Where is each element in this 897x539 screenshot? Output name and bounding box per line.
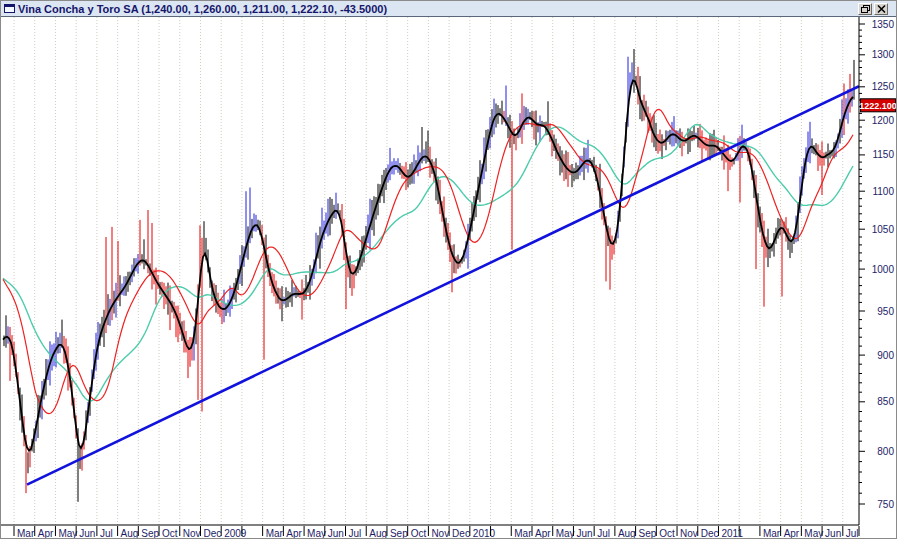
window-icon: [4, 4, 15, 13]
x-axis-label: Apr: [38, 528, 54, 538]
x-axis-label: Sep: [639, 528, 657, 538]
y-axis-label: 1250: [872, 81, 895, 92]
x-axis-label: Oct: [411, 528, 427, 538]
x-axis-label: Mar: [266, 528, 284, 538]
x-axis-label: May: [307, 528, 326, 538]
window-controls: [858, 3, 888, 15]
x-axis-label: Oct: [162, 528, 178, 538]
x-axis-label: Aug: [121, 528, 139, 538]
y-axis-label: 1350: [872, 19, 895, 30]
x-axis-label: Nov: [680, 528, 698, 538]
x-axis-label: Mar: [514, 528, 532, 538]
x-axis-label: Dec: [701, 528, 719, 538]
x-axis-label: Dec: [452, 528, 470, 538]
x-axis-label: Jul: [846, 528, 859, 538]
x-axis-label: 2009: [224, 528, 247, 538]
x-axis-label: Aug: [618, 528, 636, 538]
x-axis-label: Sep: [390, 528, 408, 538]
price-chart[interactable]: MarAprMayJunJulAugSepOctNovDec2009MarApr…: [1, 17, 896, 538]
x-axis-label: Jul: [349, 528, 362, 538]
last-price-label: 1222.100: [859, 101, 896, 111]
y-axis-label: 850: [877, 396, 894, 407]
x-axis-label: 2011: [721, 528, 743, 538]
y-axis-label: 800: [877, 446, 894, 457]
x-axis-label: Jun: [576, 528, 592, 538]
x-axis-label: Aug: [369, 528, 387, 538]
x-axis-label: May: [804, 528, 823, 538]
x-axis-label: Dec: [203, 528, 221, 538]
x-axis-label: Apr: [784, 528, 800, 538]
y-axis-label: 1150: [872, 149, 894, 160]
x-axis-label: Nov: [431, 528, 449, 538]
y-axis-label: 1100: [872, 186, 894, 197]
x-axis-label: Mar: [17, 528, 35, 538]
x-axis-label: Apr: [535, 528, 551, 538]
title-bar[interactable]: Vina Concha y Toro SA (1,240.00, 1,260.0…: [1, 1, 896, 17]
y-axis-label: 1200: [872, 115, 895, 126]
restore-button[interactable]: [858, 3, 872, 15]
window-title: Vina Concha y Toro SA (1,240.00, 1,260.0…: [18, 2, 387, 16]
y-axis-label: 1000: [872, 264, 895, 275]
x-axis-label: May: [58, 528, 77, 538]
x-axis-label: Jun: [328, 528, 344, 538]
x-axis-label: Jun: [79, 528, 95, 538]
y-axis-label: 1050: [872, 224, 895, 235]
close-icon: [877, 5, 886, 13]
x-axis-label: Apr: [286, 528, 302, 538]
price-flag: 1222.100: [859, 99, 896, 112]
x-axis-label: Mar: [763, 528, 781, 538]
y-axis-label: 950: [877, 306, 894, 317]
x-axis: MarAprMayJunJulAugSepOctNovDec2009MarApr…: [1, 525, 859, 538]
x-axis-label: Jun: [825, 528, 841, 538]
x-axis-label: Jul: [100, 528, 113, 538]
y-axis-label: 750: [877, 499, 894, 510]
x-axis-label: Nov: [183, 528, 201, 538]
x-axis-label: Sep: [141, 528, 159, 538]
y-axis-label: 1300: [872, 49, 895, 60]
x-axis-label: 2010: [473, 528, 496, 538]
y-axis: 7508008509009501000105011001150120012501…: [859, 17, 894, 525]
close-button[interactable]: [874, 3, 888, 15]
restore-icon: [861, 5, 870, 13]
y-axis-label: 900: [877, 350, 894, 361]
metastock-chart-window: Vina Concha y Toro SA (1,240.00, 1,260.0…: [0, 0, 897, 539]
x-axis-label: Oct: [659, 528, 675, 538]
x-axis-label: Jul: [597, 528, 610, 538]
x-axis-label: May: [556, 528, 575, 538]
